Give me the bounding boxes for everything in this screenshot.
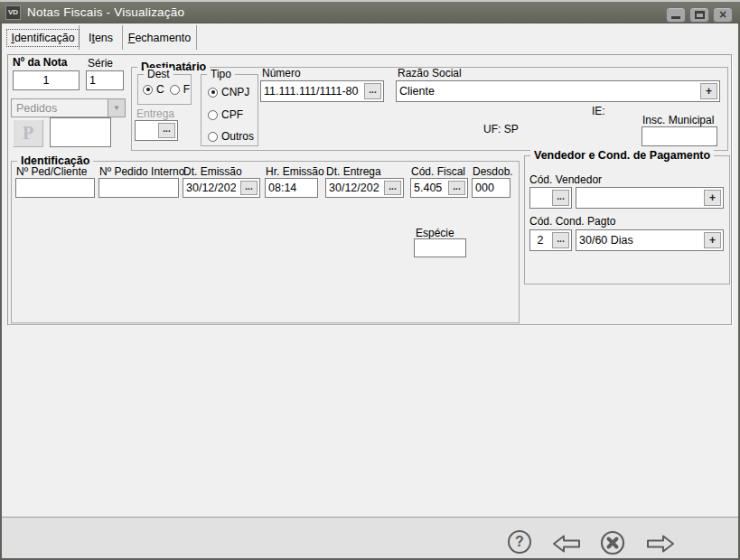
cod-cond-pagto-label: Cód. Cond. Pagto [529, 215, 615, 228]
cod-vendedor-name-field[interactable]: + [576, 187, 724, 209]
cod-fiscal-input[interactable] [411, 182, 446, 194]
tab-itens-label: Itens [84, 29, 117, 47]
tipo-radio-outros-row: Outros [208, 130, 254, 143]
dest-title: Dest [144, 68, 173, 80]
serie-label: Série [88, 57, 113, 70]
dest-radio-row: C F [143, 83, 190, 96]
hr-emissao-label: Hr. Emissão [266, 165, 324, 178]
dt-entrega-input[interactable] [326, 182, 382, 194]
tab-identificacao-label: Identificação [6, 29, 79, 47]
cod-fiscal-field[interactable]: ... [410, 178, 468, 198]
tab-fechamento[interactable]: Fechamento [123, 25, 197, 50]
previous-button[interactable] [551, 534, 582, 557]
dt-emissao-ellipsis-button[interactable]: ... [240, 181, 258, 195]
hr-emissao-field[interactable] [265, 178, 318, 198]
razao-social-input[interactable] [397, 85, 698, 98]
dt-emissao-field[interactable]: ... [183, 178, 260, 198]
cod-vendedor-name-input[interactable] [576, 191, 702, 204]
p-field[interactable] [50, 117, 111, 147]
insc-municipal-label: Insc. Municipal [642, 114, 714, 126]
pedido-interno-label: Nº Pedido Interno [99, 165, 184, 178]
razao-social-plus-button[interactable]: + [700, 83, 717, 99]
close-icon: × [719, 8, 726, 21]
arrow-right-icon [645, 534, 676, 554]
radio-dest-c[interactable] [143, 85, 153, 95]
tipo-title: Tipo [207, 68, 235, 80]
razao-social-label: Razão Social [398, 67, 462, 79]
cod-vendedor-code-input[interactable] [530, 191, 550, 204]
cancel-button[interactable] [600, 530, 625, 559]
cod-vendedor-label: Cód. Vendedor [529, 173, 602, 186]
radio-cnpj-label: CNPJ [221, 86, 249, 98]
cod-cond-pagto-name-input[interactable] [576, 234, 702, 247]
pedido-interno-field[interactable] [98, 178, 179, 198]
ped-cliente-label: Nº Ped/Cliente [16, 165, 87, 178]
window: VD Notas Fiscais - Visualização × Identi… [0, 0, 740, 560]
radio-outros[interactable] [208, 132, 218, 142]
tab-itens[interactable]: Itens [80, 25, 123, 50]
numero-input[interactable] [261, 85, 362, 98]
ie-label: IE: [592, 105, 605, 117]
tab-identificacao[interactable]: Identificação [7, 25, 80, 50]
entrega-input[interactable] [136, 125, 156, 137]
dt-entrega-field[interactable]: ... [325, 178, 404, 198]
pedidos-dropdown[interactable]: Pedidos ▼ [11, 98, 126, 117]
desdob-field[interactable] [472, 178, 511, 198]
minimize-button[interactable] [666, 7, 686, 23]
nota-number-field[interactable] [13, 70, 80, 90]
cod-vendedor-plus-button[interactable]: + [704, 190, 721, 206]
minimize-icon [671, 16, 680, 19]
chevron-down-icon: ▼ [108, 99, 125, 117]
numero-ellipsis-button[interactable]: ... [364, 83, 381, 99]
close-button[interactable]: × [713, 7, 733, 23]
tab-fechamento-label: Fechamento [124, 29, 196, 47]
cancel-icon [600, 530, 625, 555]
cod-fiscal-ellipsis-button[interactable]: ... [448, 181, 465, 195]
maximize-icon [695, 11, 705, 19]
dt-emissao-label: Dt. Emissão [183, 165, 242, 178]
cod-cond-pagto-name-field[interactable]: + [576, 229, 724, 251]
window-controls: × [666, 7, 733, 23]
cod-vendedor-code-field[interactable]: ... [529, 187, 572, 209]
app-icon: VD [5, 5, 21, 20]
tipo-radio-cnpj-row: CNPJ [208, 86, 249, 98]
dt-entrega-ellipsis-button[interactable]: ... [384, 181, 401, 195]
radio-cpf[interactable] [208, 110, 218, 120]
entrega-label: Entrega [136, 107, 174, 120]
tab-bar: Identificação Itens Fechamento [2, 25, 738, 50]
dt-entrega-label: Dt. Entrega [326, 165, 381, 178]
dt-emissao-input[interactable] [183, 182, 239, 194]
radio-dest-c-label: C [156, 83, 164, 96]
especie-field[interactable] [414, 238, 466, 257]
cod-cond-pagto-code-field[interactable]: ... [529, 229, 572, 251]
pedidos-dropdown-value: Pedidos [12, 102, 108, 115]
radio-dest-f-label: F [183, 83, 190, 96]
desdob-label: Desdob. [473, 165, 513, 178]
entrega-ellipsis-button[interactable]: ... [158, 123, 175, 138]
cod-cond-pagto-code-input[interactable] [530, 234, 550, 247]
cod-vendedor-ellipsis-button[interactable]: ... [552, 190, 569, 206]
cod-fiscal-label: Cód. Fiscal [411, 165, 465, 178]
maximize-button[interactable] [689, 7, 709, 23]
especie-label: Espécie [416, 227, 454, 239]
radio-dest-f[interactable] [170, 85, 180, 95]
p-button[interactable]: P [13, 119, 43, 147]
radio-outros-label: Outros [221, 130, 254, 143]
numero-field[interactable]: ... [260, 80, 384, 102]
cod-cond-pagto-plus-button[interactable]: + [704, 232, 721, 248]
insc-municipal-field[interactable] [642, 126, 717, 146]
entrega-field[interactable]: ... [135, 120, 178, 141]
ped-cliente-field[interactable] [15, 178, 95, 198]
uf-label: UF: SP [483, 123, 519, 135]
radio-cnpj[interactable] [208, 88, 218, 98]
numero-label: Número [262, 67, 301, 79]
vendedor-title: Vendedor e Cond. de Pagamento [530, 149, 714, 162]
help-button[interactable]: ? [508, 530, 531, 554]
help-icon: ? [508, 530, 531, 554]
titlebar: VD Notas Fiscais - Visualização × [0, 0, 740, 23]
serie-field[interactable] [86, 70, 124, 90]
cod-cond-pagto-ellipsis-button[interactable]: ... [552, 232, 569, 248]
next-button[interactable] [645, 534, 676, 557]
arrow-left-icon [551, 534, 582, 554]
razao-social-field[interactable]: + [396, 80, 720, 102]
